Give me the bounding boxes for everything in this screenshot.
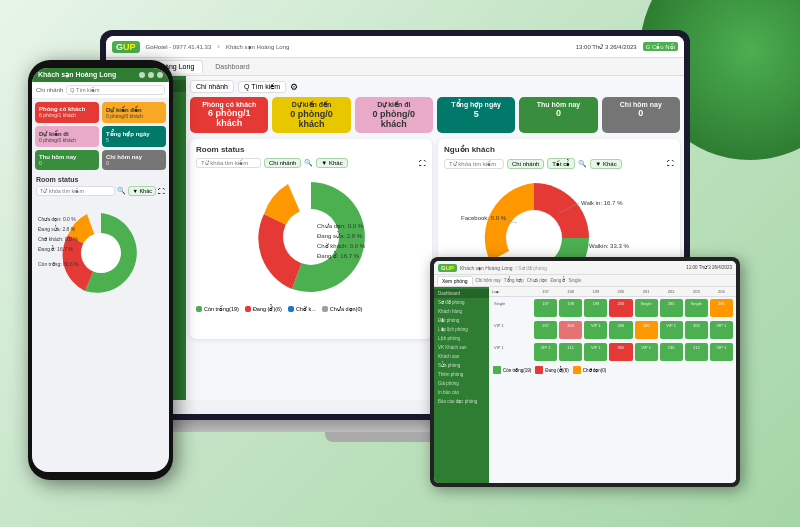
small-sidebar-dashboard[interactable]: Dashboard — [434, 289, 489, 298]
room-197[interactable]: 197 — [534, 299, 557, 317]
small-sidebar-room-plan[interactable]: Sơ đồ phòng — [434, 298, 489, 307]
room-204[interactable]: 295 — [710, 299, 733, 317]
small-sidebar-add-room[interactable]: Thêm phòng — [434, 370, 489, 379]
phone-card-arrival[interactable]: Dự kiến đến 0 phòng/0 khách — [102, 102, 166, 123]
svg-text:Đang sửa: 2.8 %: Đang sửa: 2.8 % — [38, 225, 76, 232]
small-tab2[interactable]: Chi hôm nay — [476, 278, 501, 283]
card-expected-arrival[interactable]: Dự kiến đến 0 phòng/0 khách — [272, 97, 350, 133]
card-rooms-occupied[interactable]: Phòng có khách 6 phòng/1 khách — [190, 97, 268, 133]
phone-branch-label: Chi nhánh — [36, 87, 63, 93]
room-vip-7[interactable]: 302 — [685, 321, 708, 339]
small-tab5[interactable]: Đang ở — [550, 278, 565, 283]
room-vip-1[interactable]: 267 — [534, 321, 557, 339]
small-sidebar-clean-report[interactable]: Báo cáo dọc phòng — [434, 397, 489, 406]
small-tab-hotel[interactable]: Xem phòng — [437, 276, 473, 285]
small-sidebar-customers[interactable]: Khách hàng — [434, 307, 489, 316]
phone-card-daily[interactable]: Tổng hợp ngày 5 — [102, 126, 166, 147]
small-app-logo: GUP — [438, 264, 457, 272]
legend-unclean: Chưa dọn(0) — [322, 306, 362, 312]
room-vip-5[interactable]: 300 — [635, 321, 658, 339]
room-r3-3[interactable]: VIP 1 — [584, 343, 607, 361]
room-vip-4[interactable]: 300 — [609, 321, 632, 339]
room-vip-2[interactable]: 304 — [559, 321, 582, 339]
card-today-expense[interactable]: Chi hôm nay 0 — [602, 97, 680, 133]
small-tab4[interactable]: Chưa dọn — [527, 278, 548, 283]
room-r3-6[interactable]: 196 — [660, 343, 683, 361]
small-sidebar-price[interactable]: Giá phòng — [434, 379, 489, 388]
room-201[interactable]: Single — [635, 299, 658, 317]
fullscreen-icon2[interactable]: ⛶ — [667, 160, 674, 167]
card-daily-summary[interactable]: Tổng hợp ngày 5 — [437, 97, 515, 133]
small-sidebar-hotel[interactable]: Khách san — [434, 352, 489, 361]
search-icon[interactable]: 🔍 — [304, 159, 313, 167]
small-sidebar-vk[interactable]: VK Khách san — [434, 343, 489, 352]
phone-search-icon[interactable]: 🔍 — [117, 187, 126, 195]
phone-card-expense[interactable]: Chi hôm nay 0 — [102, 150, 166, 170]
room-200[interactable]: 200 — [609, 299, 632, 317]
room-status-chart: Chưa dọn: 0.0 % Đang sửa: 2.8 % Chờ khác… — [196, 172, 426, 302]
card-today-income[interactable]: Thu hôm nay 0 — [519, 97, 597, 133]
room-r3-8[interactable]: VIP 1 — [710, 343, 733, 361]
search-icon2[interactable]: 🔍 — [578, 160, 587, 168]
phone-icon-1 — [139, 72, 145, 78]
fullscreen-icon[interactable]: ⛶ — [419, 160, 426, 167]
room-status-title: Room status — [196, 145, 426, 154]
small-sidebar-room-schedule[interactable]: Lịch phòng — [434, 334, 489, 343]
phone-filter-other[interactable]: ▼ Khác — [128, 186, 156, 196]
room-status-panel: Room status Chi nhánh 🔍 ▼ Khác ⛶ — [190, 139, 432, 339]
room-vip-6[interactable]: VIP 1 — [660, 321, 683, 339]
tab-dashboard[interactable]: Dashboard — [207, 61, 257, 72]
room-vip-3[interactable]: VIP 1 — [584, 321, 607, 339]
phone-icon-2 — [148, 72, 154, 78]
small-layout: Dashboard Sơ đồ phòng Khách hàng Đặt phò… — [434, 287, 736, 483]
room-203[interactable]: Single — [685, 299, 708, 317]
app-logo: GUP — [112, 41, 140, 53]
phone-card-income[interactable]: Thu hôm nay 0 — [35, 150, 99, 170]
svg-text:Walkin: 33.3 %: Walkin: 33.3 % — [589, 243, 629, 249]
card-expected-departure[interactable]: Dự kiến đi 0 phòng/0 khách — [355, 97, 433, 133]
room-vip-8[interactable]: VIP 1 — [710, 321, 733, 339]
room-199[interactable]: 199 — [584, 299, 607, 317]
small-sidebar-schedule[interactable]: Lập lịch phòng — [434, 325, 489, 334]
room-search-input[interactable] — [196, 158, 261, 168]
phone-room-search[interactable] — [36, 186, 115, 196]
room-198[interactable]: 198 — [559, 299, 582, 317]
small-tab6[interactable]: Single — [568, 278, 581, 283]
guest-search-input[interactable] — [444, 159, 504, 169]
svg-text:Chờ khách: 0.0 %: Chờ khách: 0.0 % — [38, 236, 78, 242]
small-sidebar-report[interactable]: In báo cáo — [434, 388, 489, 397]
phone-filter-bar: Chi nhánh — [32, 82, 169, 99]
small-sidebar-repair[interactable]: Sửa phòng — [434, 361, 489, 370]
phone-card-occupied[interactable]: Phòng có khách 6 phòng/1 khách — [35, 102, 99, 123]
room-r3-5[interactable]: VIP 1 — [635, 343, 658, 361]
svg-text:Walk in: 16.7 %: Walk in: 16.7 % — [581, 200, 623, 206]
filter-other[interactable]: ▼ Khác — [316, 158, 347, 168]
room-202[interactable]: 285 — [660, 299, 683, 317]
settings-icon[interactable]: ⚙ — [290, 82, 298, 92]
room-r3-4[interactable]: 302 — [609, 343, 632, 361]
legend-empty: Còn trống(19) — [196, 306, 239, 312]
small-main: Loại 197 198 199 200 201 202 203 204 Sin… — [489, 287, 736, 483]
phone-card-departure[interactable]: Dự kiến đi 0 phòng/0 khách — [35, 126, 99, 147]
small-titlebar: GUP Khách sạn Hoàng Long / Sơ đồ phòng 1… — [434, 261, 736, 275]
phone-room-search-row: 🔍 ▼ Khác ⛶ — [32, 184, 169, 198]
phone-pie-chart: Chưa dọn: 0.0 % Đang sửa: 2.8 % Chờ khác… — [36, 203, 166, 303]
breadcrumb-hotel: GoHotel - 0977.41.41.33 — [146, 44, 212, 50]
search-filter[interactable]: Q Tìm kiếm — [238, 81, 286, 93]
filter-branch2[interactable]: Chi nhánh — [507, 159, 544, 169]
phone-expand-icon[interactable]: ⛶ — [158, 188, 165, 195]
room-row-3: VIP 1 VIP 1 111 VIP 1 302 VIP 1 196 212 … — [489, 341, 736, 363]
breadcrumb-dashboard: Khách sạn Hoàng Long — [226, 43, 289, 50]
room-r3-7[interactable]: 212 — [685, 343, 708, 361]
room-r3-1[interactable]: VIP 1 — [534, 343, 557, 361]
small-sidebar-booking[interactable]: Đặt phòng — [434, 316, 489, 325]
phone-search-input[interactable] — [66, 85, 165, 95]
small-tab3[interactable]: Tổng hợp — [504, 278, 524, 283]
svg-text:Đang sửa: 2.8 %: Đang sửa: 2.8 % — [317, 231, 363, 239]
filter-branch[interactable]: Chi nhánh — [264, 158, 301, 168]
phone-icons — [139, 72, 163, 78]
room-status-legend: Còn trống(19) Đang (ở)(6) Chờ k... — [196, 306, 426, 312]
room-r3-2[interactable]: 111 — [559, 343, 582, 361]
filter-all[interactable]: Tất cả — [547, 158, 575, 169]
filter-other2[interactable]: ▼ Khác — [590, 159, 621, 169]
